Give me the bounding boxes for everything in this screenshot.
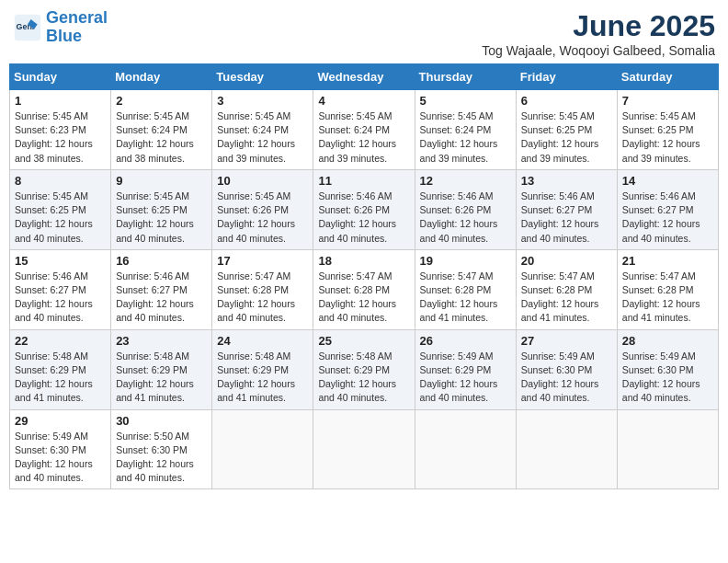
daylight-text: Daylight: 12 hours and 40 minutes. (318, 217, 409, 245)
day-info: Sunrise: 5:49 AM Sunset: 6:30 PM Dayligh… (622, 350, 713, 406)
day-info: Sunrise: 5:45 AM Sunset: 6:26 PM Dayligh… (217, 190, 308, 246)
sunrise-text: Sunrise: 5:46 AM (15, 270, 106, 283)
day-cell-6: 6 Sunrise: 5:45 AM Sunset: 6:25 PM Dayli… (516, 90, 617, 170)
day-cell-13: 13 Sunrise: 5:46 AM Sunset: 6:27 PM Dayl… (516, 169, 617, 249)
day-number: 14 (622, 174, 713, 188)
sunrise-text: Sunrise: 5:45 AM (15, 190, 106, 203)
day-number: 17 (217, 254, 308, 268)
sunset-text: Sunset: 6:29 PM (217, 363, 308, 377)
day-info: Sunrise: 5:45 AM Sunset: 6:25 PM Dayligh… (521, 109, 612, 166)
day-info: Sunrise: 5:48 AM Sunset: 6:29 PM Dayligh… (217, 350, 308, 406)
day-info: Sunrise: 5:48 AM Sunset: 6:29 PM Dayligh… (15, 350, 106, 406)
col-header-monday: Monday (111, 64, 212, 90)
sunrise-text: Sunrise: 5:48 AM (217, 350, 308, 363)
day-info: Sunrise: 5:48 AM Sunset: 6:29 PM Dayligh… (116, 350, 207, 406)
empty-cell (415, 409, 516, 489)
sunset-text: Sunset: 6:27 PM (521, 203, 612, 217)
day-cell-25: 25 Sunrise: 5:48 AM Sunset: 6:29 PM Dayl… (313, 329, 415, 409)
day-info: Sunrise: 5:45 AM Sunset: 6:24 PM Dayligh… (116, 109, 207, 166)
daylight-text: Daylight: 12 hours and 40 minutes. (521, 217, 612, 245)
daylight-text: Daylight: 12 hours and 41 minutes. (217, 377, 308, 405)
daylight-text: Daylight: 12 hours and 40 minutes. (217, 297, 308, 325)
day-cell-7: 7 Sunrise: 5:45 AM Sunset: 6:25 PM Dayli… (617, 90, 718, 170)
day-cell-3: 3 Sunrise: 5:45 AM Sunset: 6:24 PM Dayli… (212, 90, 313, 170)
page-header: Gen. General Blue June 2025 Tog Wajaale,… (9, 9, 719, 58)
day-cell-9: 9 Sunrise: 5:45 AM Sunset: 6:25 PM Dayli… (111, 169, 212, 249)
sunrise-text: Sunrise: 5:46 AM (116, 270, 207, 283)
day-cell-18: 18 Sunrise: 5:47 AM Sunset: 6:28 PM Dayl… (313, 249, 415, 329)
day-info: Sunrise: 5:47 AM Sunset: 6:28 PM Dayligh… (420, 270, 511, 326)
day-number: 12 (420, 174, 511, 188)
day-number: 3 (217, 94, 308, 108)
day-info: Sunrise: 5:49 AM Sunset: 6:29 PM Dayligh… (420, 350, 511, 406)
daylight-text: Daylight: 12 hours and 38 minutes. (15, 137, 106, 165)
day-info: Sunrise: 5:47 AM Sunset: 6:28 PM Dayligh… (521, 270, 612, 326)
daylight-text: Daylight: 12 hours and 39 minutes. (318, 137, 409, 165)
daylight-text: Daylight: 12 hours and 40 minutes. (622, 217, 713, 245)
sunrise-text: Sunrise: 5:47 AM (318, 270, 409, 283)
sunrise-text: Sunrise: 5:45 AM (521, 109, 612, 123)
sunrise-text: Sunrise: 5:49 AM (622, 350, 713, 363)
day-cell-15: 15 Sunrise: 5:46 AM Sunset: 6:27 PM Dayl… (10, 249, 111, 329)
week-row-4: 22 Sunrise: 5:48 AM Sunset: 6:29 PM Dayl… (10, 329, 719, 409)
day-cell-11: 11 Sunrise: 5:46 AM Sunset: 6:26 PM Dayl… (313, 169, 415, 249)
day-number: 8 (15, 174, 106, 188)
sunrise-text: Sunrise: 5:46 AM (318, 190, 409, 203)
sunset-text: Sunset: 6:24 PM (420, 123, 511, 137)
sunrise-text: Sunrise: 5:45 AM (15, 109, 106, 123)
day-cell-10: 10 Sunrise: 5:45 AM Sunset: 6:26 PM Dayl… (212, 169, 313, 249)
header-row: SundayMondayTuesdayWednesdayThursdayFrid… (10, 64, 719, 90)
logo: Gen. General Blue (13, 9, 108, 46)
day-number: 29 (15, 414, 106, 428)
sunset-text: Sunset: 6:25 PM (622, 123, 713, 137)
day-number: 27 (521, 334, 612, 348)
sunrise-text: Sunrise: 5:49 AM (420, 350, 511, 363)
day-number: 21 (622, 254, 713, 268)
day-number: 24 (217, 334, 308, 348)
day-info: Sunrise: 5:46 AM Sunset: 6:27 PM Dayligh… (521, 190, 612, 246)
day-cell-4: 4 Sunrise: 5:45 AM Sunset: 6:24 PM Dayli… (313, 90, 415, 170)
day-info: Sunrise: 5:45 AM Sunset: 6:25 PM Dayligh… (622, 109, 713, 166)
sunset-text: Sunset: 6:28 PM (622, 283, 713, 297)
day-number: 26 (420, 334, 511, 348)
day-cell-2: 2 Sunrise: 5:45 AM Sunset: 6:24 PM Dayli… (111, 90, 212, 170)
col-header-wednesday: Wednesday (313, 64, 415, 90)
sunset-text: Sunset: 6:24 PM (217, 123, 308, 137)
sunrise-text: Sunrise: 5:49 AM (521, 350, 612, 363)
sunrise-text: Sunrise: 5:46 AM (420, 190, 511, 203)
daylight-text: Daylight: 12 hours and 40 minutes. (116, 297, 207, 325)
title-area: June 2025 Tog Wajaale, Woqooyi Galbeed, … (482, 9, 715, 58)
day-cell-27: 27 Sunrise: 5:49 AM Sunset: 6:30 PM Dayl… (516, 329, 617, 409)
day-number: 23 (116, 334, 207, 348)
daylight-text: Daylight: 12 hours and 39 minutes. (521, 137, 612, 165)
daylight-text: Daylight: 12 hours and 40 minutes. (622, 377, 713, 405)
col-header-thursday: Thursday (415, 64, 516, 90)
daylight-text: Daylight: 12 hours and 40 minutes. (15, 297, 106, 325)
day-info: Sunrise: 5:49 AM Sunset: 6:30 PM Dayligh… (15, 430, 106, 486)
day-cell-24: 24 Sunrise: 5:48 AM Sunset: 6:29 PM Dayl… (212, 329, 313, 409)
day-info: Sunrise: 5:46 AM Sunset: 6:27 PM Dayligh… (622, 190, 713, 246)
daylight-text: Daylight: 12 hours and 41 minutes. (521, 297, 612, 325)
day-cell-5: 5 Sunrise: 5:45 AM Sunset: 6:24 PM Dayli… (415, 90, 516, 170)
empty-cell (617, 409, 718, 489)
day-cell-28: 28 Sunrise: 5:49 AM Sunset: 6:30 PM Dayl… (617, 329, 718, 409)
day-info: Sunrise: 5:46 AM Sunset: 6:26 PM Dayligh… (318, 190, 409, 246)
daylight-text: Daylight: 12 hours and 41 minutes. (116, 377, 207, 405)
day-cell-20: 20 Sunrise: 5:47 AM Sunset: 6:28 PM Dayl… (516, 249, 617, 329)
daylight-text: Daylight: 12 hours and 40 minutes. (116, 457, 207, 485)
day-number: 30 (116, 414, 207, 428)
day-number: 25 (318, 334, 409, 348)
daylight-text: Daylight: 12 hours and 40 minutes. (318, 297, 409, 325)
daylight-text: Daylight: 12 hours and 39 minutes. (217, 137, 308, 165)
day-info: Sunrise: 5:45 AM Sunset: 6:24 PM Dayligh… (420, 109, 511, 166)
sunrise-text: Sunrise: 5:49 AM (15, 430, 106, 443)
day-cell-21: 21 Sunrise: 5:47 AM Sunset: 6:28 PM Dayl… (617, 249, 718, 329)
sunset-text: Sunset: 6:26 PM (318, 203, 409, 217)
day-number: 6 (521, 94, 612, 108)
sunset-text: Sunset: 6:25 PM (116, 203, 207, 217)
location-title: Tog Wajaale, Woqooyi Galbeed, Somalia (482, 43, 715, 58)
day-info: Sunrise: 5:46 AM Sunset: 6:27 PM Dayligh… (116, 270, 207, 326)
sunset-text: Sunset: 6:28 PM (217, 283, 308, 297)
daylight-text: Daylight: 12 hours and 40 minutes. (521, 377, 612, 405)
sunrise-text: Sunrise: 5:47 AM (420, 270, 511, 283)
